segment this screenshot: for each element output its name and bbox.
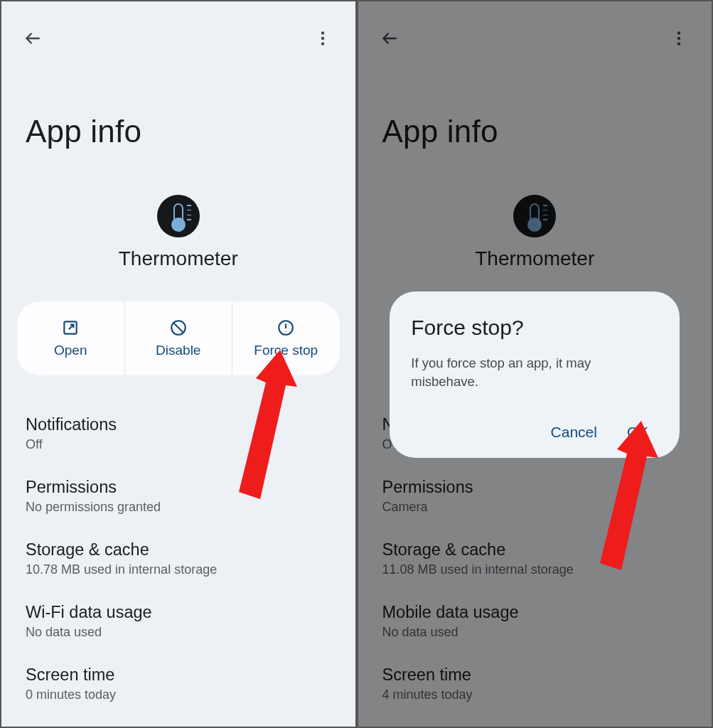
ok-button[interactable]: OK: [627, 424, 648, 441]
dialog-title: Force stop?: [411, 316, 658, 340]
action-row: Open Disable Force stop: [17, 301, 340, 375]
list-item[interactable]: Storage & cache 10.78 MB used in interna…: [26, 529, 331, 592]
settings-list: Notifications Off Permissions No permiss…: [1, 404, 355, 717]
dialog-actions: Cancel OK: [411, 424, 658, 441]
cancel-button[interactable]: Cancel: [551, 424, 597, 441]
svg-point-1: [321, 37, 323, 40]
alert-icon: [277, 318, 295, 337]
thermometer-app-icon: [157, 195, 200, 237]
back-arrow-icon[interactable]: [21, 27, 44, 50]
force-stop-button[interactable]: Force stop: [232, 301, 340, 375]
svg-point-0: [321, 31, 323, 34]
disable-label: Disable: [156, 343, 200, 358]
screenshot-right: App info Thermometer N O Permissions Cam…: [357, 0, 714, 728]
svg-point-6: [286, 331, 286, 331]
list-item[interactable]: Wi-Fi data usage No data used: [26, 592, 331, 654]
more-vert-icon[interactable]: [311, 27, 334, 50]
disable-button[interactable]: Disable: [125, 301, 233, 375]
list-item[interactable]: Screen time 0 minutes today: [26, 654, 331, 717]
dialog-message: If you force stop an app, it may misbeha…: [411, 354, 658, 391]
list-item[interactable]: Notifications Off: [26, 404, 331, 466]
svg-point-2: [321, 42, 323, 45]
force-stop-dialog: Force stop? If you force stop an app, it…: [390, 291, 680, 458]
list-item[interactable]: Permissions No permissions granted: [26, 466, 331, 529]
top-bar: [1, 1, 355, 50]
open-icon: [61, 318, 80, 337]
app-header: Thermometer: [1, 195, 355, 270]
screenshot-left: App info Thermometer Open Disable Force …: [0, 0, 357, 728]
force-stop-label: Force stop: [254, 343, 318, 358]
page-title: App info: [1, 50, 355, 149]
open-button[interactable]: Open: [17, 301, 125, 375]
disable-icon: [169, 318, 188, 337]
app-name: Thermometer: [119, 247, 238, 270]
open-label: Open: [54, 343, 87, 358]
